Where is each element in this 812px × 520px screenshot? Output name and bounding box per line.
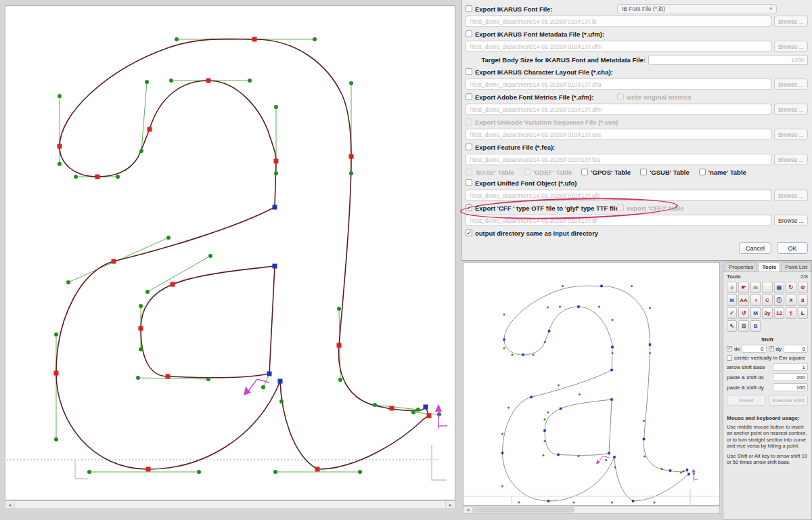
anchor-point[interactable] — [206, 79, 211, 83]
control-point[interactable] — [139, 304, 143, 308]
editor-h-scrollbar[interactable]: ◂ ▸ — [5, 500, 455, 509]
control-point[interactable] — [358, 470, 362, 474]
preview-scroll-left-button[interactable]: ◂ — [464, 506, 473, 513]
dialog-checkbox[interactable] — [466, 93, 472, 100]
paste-shift-dy-input[interactable]: 100 — [773, 383, 808, 391]
dialog-checkbox[interactable] — [466, 5, 472, 12]
control-point[interactable] — [116, 175, 120, 179]
glyph-editor-canvas[interactable] — [5, 5, 455, 500]
browse-button[interactable]: Browse ... — [774, 154, 808, 165]
blank-tool[interactable] — [762, 282, 772, 293]
anchor-point[interactable] — [148, 127, 152, 132]
selected-point[interactable] — [273, 264, 277, 269]
browse-button[interactable]: Browse ... — [774, 190, 808, 201]
control-point[interactable] — [411, 410, 415, 414]
kerning-tool[interactable]: Ж — [727, 295, 737, 306]
control-point[interactable] — [416, 408, 420, 412]
rotate-tool[interactable]: ↻ — [786, 282, 796, 293]
anchor-point[interactable] — [337, 343, 342, 348]
anchor-point[interactable] — [274, 159, 279, 164]
anchor-point[interactable] — [166, 374, 171, 379]
table-checkbox[interactable] — [581, 169, 588, 175]
pan-hand-tool[interactable]: ☛ — [738, 282, 748, 293]
dialog-checkbox[interactable] — [466, 144, 472, 150]
scroll-right-button[interactable]: ▸ — [445, 501, 455, 508]
file-path-field[interactable]: /Test_demo_department/14-01-2026/F010X13… — [466, 154, 771, 165]
anchor-point[interactable] — [171, 282, 175, 287]
anchor-point[interactable] — [252, 37, 257, 42]
control-point[interactable] — [338, 378, 342, 382]
dx-checkbox[interactable]: ✓ — [727, 346, 732, 351]
center-vertically-checkbox[interactable] — [727, 355, 732, 361]
execute-shift-button[interactable]: Execute Shift — [769, 395, 808, 406]
control-point[interactable] — [261, 385, 265, 389]
curve-tool[interactable]: C — [762, 295, 772, 306]
layers-tool[interactable]: ▤ — [774, 282, 784, 293]
dy-checkbox[interactable]: ✓ — [769, 346, 774, 351]
table-checkbox[interactable] — [699, 169, 706, 175]
control-point[interactable] — [74, 175, 78, 179]
check-tool[interactable]: ✓ — [727, 307, 737, 319]
control-point[interactable] — [139, 149, 143, 153]
paste-shift-dx-input[interactable]: 200 — [773, 373, 808, 381]
control-point[interactable] — [373, 403, 377, 407]
control-point[interactable] — [175, 37, 179, 41]
anchor-point[interactable] — [58, 144, 62, 149]
bold-tool[interactable]: B — [750, 320, 761, 332]
dialog-checkbox[interactable] — [617, 204, 624, 211]
anchor-point[interactable] — [349, 154, 354, 159]
control-point[interactable] — [54, 332, 58, 337]
anchor-point[interactable] — [54, 371, 59, 376]
dialog-checkbox[interactable] — [617, 93, 624, 100]
dy-input[interactable]: 0 — [784, 345, 808, 353]
measure-tool[interactable]: m — [750, 282, 761, 293]
contrast-tool[interactable]: ◑ — [750, 295, 761, 306]
control-point[interactable] — [279, 399, 284, 404]
prohibit-tool[interactable]: ⊘ — [798, 282, 808, 293]
control-point[interactable] — [274, 171, 278, 175]
selected-point[interactable] — [278, 379, 283, 384]
reset-button[interactable]: Reset — [727, 395, 766, 406]
browse-button[interactable]: Browse ... — [774, 79, 808, 90]
table-checkbox[interactable] — [466, 169, 472, 175]
paragraph-tool[interactable]: ¶ — [786, 307, 796, 319]
browse-button[interactable]: Browse ... — [774, 16, 808, 27]
dialog-checkbox[interactable] — [466, 118, 472, 125]
preview-h-scrollbar[interactable]: ◂ — [463, 506, 720, 514]
dx-input[interactable]: 0 — [742, 345, 766, 353]
control-point[interactable] — [145, 290, 150, 294]
tab-point-list[interactable]: Point List — [781, 262, 811, 272]
anchor-point[interactable] — [146, 467, 151, 472]
pair-tool[interactable]: AA — [738, 295, 748, 306]
selected-point[interactable] — [273, 205, 277, 210]
control-point[interactable] — [58, 162, 62, 166]
control-point[interactable] — [58, 94, 62, 98]
dialog-checkbox[interactable] — [466, 30, 472, 37]
control-point[interactable] — [54, 437, 58, 441]
control-point[interactable] — [197, 470, 201, 474]
numeric-tool[interactable]: 8 — [798, 295, 808, 306]
control-point[interactable] — [274, 105, 278, 109]
file-path-field[interactable]: /Test_demo_department/14-01-2026/F010X13… — [466, 79, 771, 90]
anchor-point[interactable] — [390, 406, 394, 411]
font-file-format-select[interactable]: IB Font File (*.ib)▾ — [617, 4, 777, 14]
control-point[interactable] — [136, 376, 140, 380]
control-point[interactable] — [66, 280, 70, 284]
table-checkbox[interactable] — [524, 169, 531, 175]
control-point[interactable] — [87, 470, 91, 474]
anchor-point[interactable] — [95, 175, 100, 179]
anchor-point[interactable] — [139, 326, 143, 331]
table-checkbox[interactable] — [640, 169, 647, 175]
glyph-preview-canvas[interactable] — [463, 262, 720, 506]
file-path-field[interactable]: /Test_demo_department/14-01-2026/F010X13… — [466, 104, 771, 115]
arrow-shift-base-input[interactable]: 1 — [773, 363, 808, 371]
control-point[interactable] — [208, 254, 212, 258]
tab-properties[interactable]: Properties — [725, 262, 757, 272]
control-point[interactable] — [166, 236, 171, 240]
control-point[interactable] — [145, 80, 149, 84]
scroll-left-button[interactable]: ◂ — [5, 501, 15, 508]
file-path-field[interactable]: /Test_demo_department/14-01-2026/F010X13… — [466, 215, 771, 226]
dialog-checkbox[interactable]: ✓ — [466, 230, 472, 236]
number-tool[interactable]: 12 — [774, 307, 784, 319]
control-point[interactable] — [273, 470, 277, 474]
